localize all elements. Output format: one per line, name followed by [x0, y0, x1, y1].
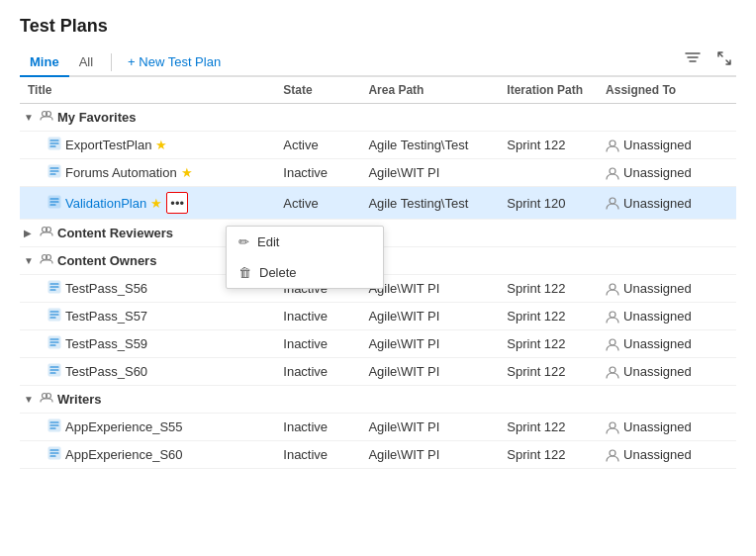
new-test-plan-button[interactable]: + New Test Plan — [120, 50, 229, 73]
item-area: Agile\WIT PI — [360, 330, 499, 358]
item-area: Agile\WIT PI — [360, 303, 499, 330]
item-title: AppExperience_S60 — [65, 447, 183, 462]
item-title[interactable]: ValidationPlan — [65, 196, 146, 211]
item-assigned: Unassigned — [598, 358, 736, 386]
col-header-title: Title — [20, 77, 275, 104]
svg-point-7 — [610, 198, 615, 204]
test-plan-icon — [47, 280, 61, 294]
context-menu-delete-label: Delete — [259, 265, 297, 280]
group-label-3: Writers — [57, 392, 102, 407]
filter-button[interactable] — [681, 48, 705, 71]
item-title: Forums Automation — [65, 165, 177, 180]
svg-point-19 — [610, 367, 615, 373]
item-area: Agile\WIT PI — [360, 358, 499, 386]
col-header-assigned: Assigned To — [598, 77, 736, 104]
group-icon — [40, 109, 53, 123]
user-icon — [606, 139, 619, 152]
group-icon — [40, 252, 53, 266]
filter-icon — [685, 50, 701, 66]
col-header-state: State — [275, 77, 360, 104]
delete-icon: 🗑 — [238, 265, 251, 280]
item-area: Agile\WIT PI — [360, 441, 499, 469]
item-state: Inactive — [275, 159, 360, 187]
item-state: Active — [275, 132, 360, 159]
test-plan-icon-wrap — [47, 446, 61, 463]
test-plan-icon-wrap — [47, 335, 61, 352]
item-assigned: Unassigned — [598, 330, 736, 358]
col-header-iteration: Iteration Path — [499, 77, 598, 104]
group-label-0: My Favorites — [57, 110, 136, 125]
item-iteration: Sprint 122 — [499, 414, 598, 441]
user-icon — [606, 196, 619, 210]
star-icon[interactable]: ★ — [150, 196, 162, 211]
svg-point-5 — [610, 168, 615, 174]
toolbar: Mine All + New Test Plan — [20, 48, 736, 77]
item-title: AppExperience_S55 — [65, 419, 183, 434]
item-title: TestPass_S57 — [65, 309, 147, 324]
group-icon — [40, 391, 53, 405]
group-icon-0 — [40, 109, 53, 126]
item-assigned: Unassigned — [598, 303, 736, 330]
table-row: Forums Automation ★ InactiveAgile\WIT PI… — [20, 159, 736, 187]
user-icon — [606, 166, 619, 180]
user-icon — [606, 337, 619, 351]
user-icon — [606, 282, 619, 296]
svg-point-13 — [610, 284, 615, 290]
item-assigned: Unassigned — [598, 414, 736, 441]
expand-arrow-0[interactable]: ▼ — [24, 112, 36, 123]
test-plan-icon-wrap — [47, 164, 61, 181]
test-plan-icon-wrap — [47, 363, 61, 380]
item-iteration: Sprint 122 — [499, 358, 598, 386]
tab-mine[interactable]: Mine — [20, 48, 69, 77]
item-area: Agile Testing\Test — [360, 187, 499, 220]
group-label-2: Content Owners — [57, 253, 156, 268]
context-menu-edit[interactable]: ✏ Edit — [227, 227, 383, 257]
item-assigned: Unassigned — [598, 187, 736, 220]
item-title: TestPass_S60 — [65, 364, 147, 379]
edit-icon: ✏ — [238, 234, 249, 249]
group-icon-2 — [40, 252, 53, 269]
user-icon — [606, 420, 619, 434]
expand-arrow-2[interactable]: ▼ — [24, 255, 36, 266]
test-plan-icon — [47, 418, 61, 432]
test-plan-icon-wrap — [47, 280, 61, 297]
expand-button[interactable] — [712, 48, 736, 71]
item-title: ExportTestPlan — [65, 138, 151, 152]
expand-arrow-1[interactable]: ▶ — [24, 228, 36, 238]
tab-all[interactable]: All — [69, 48, 103, 77]
group-row-0: ▼ My Favorites — [20, 104, 736, 132]
context-menu-delete[interactable]: 🗑 Delete — [227, 257, 383, 288]
svg-point-15 — [610, 312, 615, 318]
item-assigned: Unassigned — [598, 441, 736, 469]
table-row: AppExperience_S55 InactiveAgile\WIT PISp… — [20, 414, 736, 441]
group-icon — [40, 225, 53, 238]
expand-icon — [716, 50, 732, 66]
test-plan-icon — [47, 308, 61, 322]
test-plan-icon-wrap — [47, 195, 61, 212]
item-area: Agile\WIT PI — [360, 414, 499, 441]
table-row: AppExperience_S60 InactiveAgile\WIT PISp… — [20, 441, 736, 469]
table-header-row: Title State Area Path Iteration Path Ass… — [20, 77, 736, 104]
table-row: TestPass_S59 InactiveAgile\WIT PISprint … — [20, 330, 736, 358]
item-iteration — [499, 159, 598, 187]
item-assigned: Unassigned — [598, 159, 736, 187]
tab-separator — [111, 53, 112, 71]
item-iteration: Sprint 122 — [499, 441, 598, 469]
page-title: Test Plans — [20, 16, 736, 37]
user-icon — [606, 448, 619, 462]
svg-point-3 — [610, 140, 615, 146]
expand-arrow-3[interactable]: ▼ — [24, 394, 36, 405]
star-icon[interactable]: ★ — [155, 138, 167, 152]
col-header-area: Area Path — [360, 77, 499, 104]
item-title: TestPass_S59 — [65, 336, 147, 351]
context-menu: ✏ Edit 🗑 Delete — [226, 226, 384, 289]
more-menu-button[interactable]: ••• — [166, 192, 188, 214]
star-icon[interactable]: ★ — [181, 165, 193, 180]
item-state: Inactive — [275, 330, 360, 358]
item-state: Inactive — [275, 414, 360, 441]
user-icon — [606, 310, 619, 324]
test-plan-icon — [47, 164, 61, 178]
svg-point-23 — [610, 422, 615, 428]
test-plan-icon-wrap — [47, 308, 61, 324]
toolbar-actions — [681, 48, 736, 75]
